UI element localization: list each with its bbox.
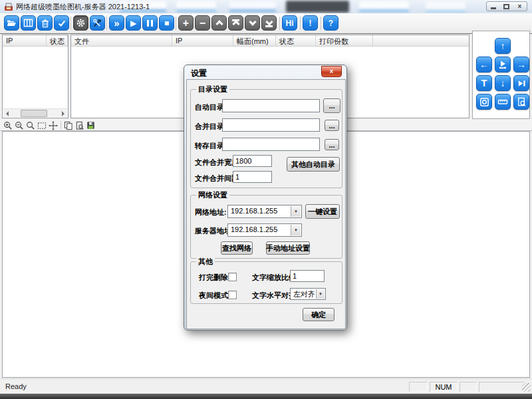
num-lock-indicator: NUM [430,382,458,392]
transfer-dir-input[interactable] [222,138,320,151]
glass-reflection [359,1,409,12]
combo-value: 192.168.1.255 [231,207,277,215]
text-scale-input[interactable] [290,270,325,282]
zoom-out-icon [15,121,24,130]
resize-grip[interactable] [522,383,531,392]
nav-text-button[interactable]: T [476,75,492,91]
fast-forward-button[interactable]: » [109,15,124,31]
chevron-down-icon [265,18,273,25]
column-header-ip[interactable]: IP [3,35,47,46]
column-header-status[interactable]: 状态 [47,35,68,46]
pan-move-icon [49,121,58,130]
group-label: 其他 [196,257,215,267]
text-tool-icon: T [481,78,487,88]
confirm-button[interactable] [54,15,69,31]
nav-ruler-button[interactable] [495,94,511,110]
one-key-setup-button[interactable]: 一键设置 [305,204,340,219]
nav-preview-button[interactable] [513,94,529,110]
nav-left-button[interactable]: ← [476,57,492,72]
delete-button[interactable] [37,15,53,31]
move-to-top-button[interactable] [228,15,243,31]
server-address-combobox[interactable]: 192.168.1.255 ▼ [227,223,302,237]
window-bottom-edge [0,394,532,399]
column-header-copies[interactable]: 打印份数 [316,35,373,46]
save-button[interactable] [86,120,96,130]
chevron-down-icon: ▼ [294,228,298,232]
minimize-button[interactable] [486,1,501,11]
alert-button[interactable]: ! [303,15,318,31]
auto-dir-browse-button[interactable]: ... [323,98,340,113]
delete-after-print-checkbox[interactable] [228,273,237,281]
merge-dir-input[interactable] [222,118,320,132]
move-down-button[interactable] [245,15,260,31]
start-button[interactable]: ▶ [126,15,141,31]
stop-button[interactable]: ■ [159,15,174,31]
copy-button[interactable] [63,120,73,130]
manual-address-button[interactable]: 手动地址设置 [266,241,310,255]
maximize-button[interactable] [500,1,513,11]
group-label: 网络设置 [196,190,229,200]
save-floppy-icon [86,121,95,130]
network-address-combobox[interactable]: 192.168.1.255 ▼ [227,205,302,218]
pause-icon [147,20,153,27]
tools-button[interactable] [90,15,105,31]
toolbar-separator [61,121,61,129]
transfer-dir-browse-button[interactable]: ... [325,139,339,150]
pan-button[interactable] [48,120,58,130]
group-label: 目录设置 [196,84,229,94]
nav-down-button[interactable]: ↓ [495,75,511,91]
text-align-combobox[interactable]: 左对齐 ▼ [290,288,326,300]
nav-frame-button[interactable] [476,94,492,110]
right-triangle-icon [62,111,67,116]
night-mode-checkbox[interactable] [228,291,237,299]
settings-button[interactable] [73,15,88,31]
other-auto-dirs-button[interactable]: 其他自动目录 [287,157,340,172]
remove-button[interactable]: − [195,15,210,31]
columns-view-button[interactable] [21,15,36,31]
nav-run-ruler-button[interactable] [495,57,511,72]
frame-target-icon [479,97,489,107]
nav-right-button[interactable]: → [513,57,529,72]
zoom-out-button[interactable] [14,120,24,130]
column-header-file[interactable]: 文件 [71,35,172,46]
ok-button[interactable]: 确定 [303,308,334,321]
arrow-down-icon: ↓ [501,78,505,88]
scrollbar-thumb[interactable] [21,110,47,117]
find-network-button[interactable]: 查找网络 [221,241,253,255]
combo-value: 左对齐 [293,289,315,299]
dialog-close-button[interactable]: × [321,66,342,77]
dropdown-button[interactable]: ▼ [316,289,325,299]
column-header-ip[interactable]: IP [172,35,233,46]
plus-icon: + [183,18,189,29]
close-button[interactable]: × [513,1,527,11]
add-button[interactable]: + [178,15,194,31]
pause-button[interactable] [142,15,158,31]
scroll-left-arrow[interactable] [3,110,11,117]
dropdown-button[interactable]: ▼ [291,206,301,217]
auto-dir-input[interactable] [222,99,320,112]
dropdown-button[interactable]: ▼ [291,225,301,235]
column-header-width[interactable]: 幅面(mm) [233,35,276,46]
horizontal-scrollbar[interactable] [3,108,67,117]
print-preview-button[interactable] [74,120,84,130]
merge-width-input[interactable] [233,155,272,167]
merge-dir-browse-button[interactable]: ... [325,120,339,131]
zoom-in-button[interactable] [3,120,13,130]
application-window: 网络超级喷墨绘图机-服务器 2021-1213-1 × [0,0,532,399]
columns-icon [23,19,33,27]
hi-button[interactable]: Hi [282,15,297,31]
merge-gap-input[interactable] [233,171,272,183]
arrow-up-icon: ↑ [501,41,505,51]
nav-up-button[interactable]: ↑ [495,38,511,54]
document-preview-icon [517,97,527,107]
column-header-status[interactable]: 状态 [276,35,316,46]
zoom-fit-button[interactable] [25,120,35,130]
move-up-button[interactable] [211,15,227,31]
help-button[interactable]: ? [323,15,338,31]
select-region-button[interactable] [37,120,47,130]
open-files-button[interactable] [4,15,19,31]
scroll-right-arrow[interactable] [60,110,67,117]
nav-skip-end-button[interactable] [513,75,529,91]
move-to-bottom-button[interactable] [261,15,277,31]
trash-icon [41,19,50,28]
